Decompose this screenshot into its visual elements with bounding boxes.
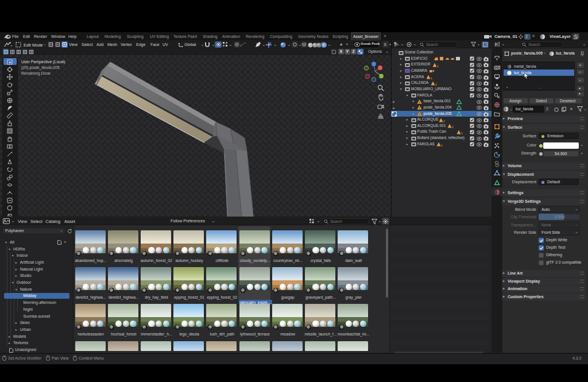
svg-text:1: 1	[441, 144, 443, 146]
svg-text:2: 2	[443, 119, 445, 122]
svg-text:2: 2	[452, 125, 454, 128]
svg-text:2: 2	[435, 83, 437, 86]
svg-text:1: 1	[437, 64, 439, 67]
svg-text:1: 1	[431, 76, 432, 79]
svg-text:1: 1	[461, 132, 463, 134]
